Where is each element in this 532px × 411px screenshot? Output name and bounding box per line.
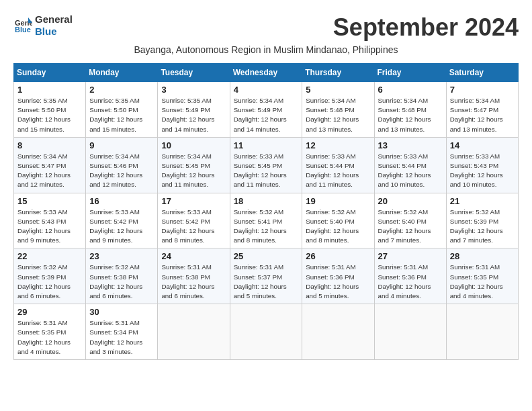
- day-info: Sunrise: 5:33 AM Sunset: 5:42 PM Dayligh…: [89, 208, 154, 246]
- day-info: Sunrise: 5:32 AM Sunset: 5:39 PM Dayligh…: [450, 208, 515, 246]
- calendar-week-3: 15 Sunrise: 5:33 AM Sunset: 5:43 PM Dayl…: [14, 193, 519, 248]
- calendar-cell: 23 Sunrise: 5:32 AM Sunset: 5:38 PM Dayl…: [86, 248, 158, 304]
- weekday-header-wednesday: Wednesday: [230, 64, 302, 82]
- svg-text:Blue: Blue: [15, 26, 31, 34]
- day-info: Sunrise: 5:32 AM Sunset: 5:38 PM Dayligh…: [89, 263, 154, 301]
- day-number: 12: [306, 140, 370, 150]
- day-number: 3: [161, 85, 226, 95]
- calendar-cell: 10 Sunrise: 5:34 AM Sunset: 5:45 PM Dayl…: [158, 137, 230, 193]
- calendar-cell: 5 Sunrise: 5:34 AM Sunset: 5:48 PM Dayli…: [302, 82, 374, 138]
- calendar-cell: [158, 304, 230, 360]
- day-number: 27: [378, 251, 443, 261]
- calendar-cell: 27 Sunrise: 5:31 AM Sunset: 5:36 PM Dayl…: [374, 248, 446, 304]
- day-info: Sunrise: 5:33 AM Sunset: 5:44 PM Dayligh…: [378, 152, 443, 190]
- calendar-cell: 18 Sunrise: 5:32 AM Sunset: 5:41 PM Dayl…: [230, 193, 302, 248]
- day-info: Sunrise: 5:35 AM Sunset: 5:49 PM Dayligh…: [161, 96, 226, 134]
- day-info: Sunrise: 5:34 AM Sunset: 5:47 PM Dayligh…: [450, 96, 515, 134]
- calendar-cell: 19 Sunrise: 5:32 AM Sunset: 5:40 PM Dayl…: [302, 193, 374, 248]
- day-info: Sunrise: 5:31 AM Sunset: 5:34 PM Dayligh…: [89, 318, 154, 357]
- calendar-cell: 14 Sunrise: 5:33 AM Sunset: 5:43 PM Dayl…: [446, 137, 518, 193]
- calendar-cell: [230, 304, 302, 360]
- day-number: 25: [234, 251, 299, 261]
- logo-general: General: [35, 13, 73, 26]
- day-number: 11: [234, 140, 299, 150]
- day-number: 5: [306, 85, 370, 95]
- day-info: Sunrise: 5:31 AM Sunset: 5:37 PM Dayligh…: [234, 263, 299, 301]
- day-number: 18: [234, 196, 299, 206]
- day-info: Sunrise: 5:31 AM Sunset: 5:35 PM Dayligh…: [450, 263, 515, 301]
- day-info: Sunrise: 5:32 AM Sunset: 5:40 PM Dayligh…: [378, 208, 443, 246]
- day-number: 13: [378, 140, 443, 150]
- calendar-cell: 20 Sunrise: 5:32 AM Sunset: 5:40 PM Dayl…: [374, 193, 446, 248]
- calendar-cell: 26 Sunrise: 5:31 AM Sunset: 5:36 PM Dayl…: [302, 248, 374, 304]
- day-info: Sunrise: 5:33 AM Sunset: 5:44 PM Dayligh…: [306, 152, 370, 190]
- weekday-header-monday: Monday: [86, 64, 158, 82]
- day-info: Sunrise: 5:33 AM Sunset: 5:43 PM Dayligh…: [450, 152, 515, 190]
- day-info: Sunrise: 5:34 AM Sunset: 5:48 PM Dayligh…: [306, 96, 370, 134]
- calendar-cell: [446, 304, 518, 360]
- day-info: Sunrise: 5:34 AM Sunset: 5:47 PM Dayligh…: [17, 152, 82, 190]
- day-number: 29: [17, 307, 82, 317]
- day-info: Sunrise: 5:32 AM Sunset: 5:40 PM Dayligh…: [306, 208, 370, 246]
- calendar-cell: 15 Sunrise: 5:33 AM Sunset: 5:43 PM Dayl…: [14, 193, 86, 248]
- calendar-table: SundayMondayTuesdayWednesdayThursdayFrid…: [13, 63, 519, 360]
- calendar-week-1: 1 Sunrise: 5:35 AM Sunset: 5:50 PM Dayli…: [14, 82, 519, 138]
- calendar-cell: 21 Sunrise: 5:32 AM Sunset: 5:39 PM Dayl…: [446, 193, 518, 248]
- weekday-header-tuesday: Tuesday: [158, 64, 230, 82]
- calendar-cell: 29 Sunrise: 5:31 AM Sunset: 5:35 PM Dayl…: [14, 304, 86, 360]
- day-number: 4: [234, 85, 299, 95]
- day-number: 2: [89, 85, 154, 95]
- calendar-cell: 25 Sunrise: 5:31 AM Sunset: 5:37 PM Dayl…: [230, 248, 302, 304]
- day-info: Sunrise: 5:32 AM Sunset: 5:41 PM Dayligh…: [234, 208, 299, 246]
- calendar-week-4: 22 Sunrise: 5:32 AM Sunset: 5:39 PM Dayl…: [14, 248, 519, 304]
- weekday-header-sunday: Sunday: [14, 64, 86, 82]
- day-number: 6: [378, 85, 443, 95]
- day-number: 24: [161, 251, 226, 261]
- calendar-cell: 22 Sunrise: 5:32 AM Sunset: 5:39 PM Dayl…: [14, 248, 86, 304]
- weekday-header-thursday: Thursday: [302, 64, 374, 82]
- day-info: Sunrise: 5:31 AM Sunset: 5:35 PM Dayligh…: [17, 318, 82, 357]
- logo-icon: General Blue: [13, 16, 32, 35]
- day-info: Sunrise: 5:34 AM Sunset: 5:49 PM Dayligh…: [234, 96, 299, 134]
- day-info: Sunrise: 5:31 AM Sunset: 5:38 PM Dayligh…: [161, 263, 226, 301]
- weekday-header-saturday: Saturday: [446, 64, 518, 82]
- calendar-cell: 6 Sunrise: 5:34 AM Sunset: 5:48 PM Dayli…: [374, 82, 446, 138]
- calendar-cell: 2 Sunrise: 5:35 AM Sunset: 5:50 PM Dayli…: [86, 82, 158, 138]
- calendar-week-5: 29 Sunrise: 5:31 AM Sunset: 5:35 PM Dayl…: [14, 304, 519, 360]
- day-info: Sunrise: 5:34 AM Sunset: 5:48 PM Dayligh…: [378, 96, 443, 134]
- calendar-cell: 24 Sunrise: 5:31 AM Sunset: 5:38 PM Dayl…: [158, 248, 230, 304]
- calendar-cell: [302, 304, 374, 360]
- calendar-cell: 28 Sunrise: 5:31 AM Sunset: 5:35 PM Dayl…: [446, 248, 518, 304]
- calendar-cell: 11 Sunrise: 5:33 AM Sunset: 5:45 PM Dayl…: [230, 137, 302, 193]
- day-number: 15: [17, 196, 82, 206]
- calendar-cell: 30 Sunrise: 5:31 AM Sunset: 5:34 PM Dayl…: [86, 304, 158, 360]
- day-number: 26: [306, 251, 370, 261]
- day-number: 16: [89, 196, 154, 206]
- day-info: Sunrise: 5:34 AM Sunset: 5:45 PM Dayligh…: [161, 152, 226, 190]
- day-info: Sunrise: 5:35 AM Sunset: 5:50 PM Dayligh…: [17, 96, 82, 134]
- day-info: Sunrise: 5:34 AM Sunset: 5:46 PM Dayligh…: [89, 152, 154, 190]
- day-number: 8: [17, 140, 82, 150]
- day-info: Sunrise: 5:32 AM Sunset: 5:39 PM Dayligh…: [17, 263, 82, 301]
- calendar-cell: 8 Sunrise: 5:34 AM Sunset: 5:47 PM Dayli…: [14, 137, 86, 193]
- day-number: 30: [89, 307, 154, 317]
- day-number: 22: [17, 251, 82, 261]
- calendar-cell: 3 Sunrise: 5:35 AM Sunset: 5:49 PM Dayli…: [158, 82, 230, 138]
- day-number: 7: [450, 85, 515, 95]
- day-info: Sunrise: 5:31 AM Sunset: 5:36 PM Dayligh…: [378, 263, 443, 301]
- month-title: September 2024: [333, 13, 519, 42]
- day-number: 19: [306, 196, 370, 206]
- day-info: Sunrise: 5:33 AM Sunset: 5:45 PM Dayligh…: [234, 152, 299, 190]
- calendar-week-2: 8 Sunrise: 5:34 AM Sunset: 5:47 PM Dayli…: [14, 137, 519, 193]
- calendar-cell: 13 Sunrise: 5:33 AM Sunset: 5:44 PM Dayl…: [374, 137, 446, 193]
- calendar-cell: 17 Sunrise: 5:33 AM Sunset: 5:42 PM Dayl…: [158, 193, 230, 248]
- day-number: 20: [378, 196, 443, 206]
- weekday-header-friday: Friday: [374, 64, 446, 82]
- logo-blue: Blue: [35, 26, 73, 38]
- calendar-cell: 12 Sunrise: 5:33 AM Sunset: 5:44 PM Dayl…: [302, 137, 374, 193]
- calendar-cell: 4 Sunrise: 5:34 AM Sunset: 5:49 PM Dayli…: [230, 82, 302, 138]
- day-number: 28: [450, 251, 515, 261]
- day-info: Sunrise: 5:31 AM Sunset: 5:36 PM Dayligh…: [306, 263, 370, 301]
- calendar-subtitle: Bayanga, Autonomous Region in Muslim Min…: [13, 44, 519, 55]
- calendar-cell: 7 Sunrise: 5:34 AM Sunset: 5:47 PM Dayli…: [446, 82, 518, 138]
